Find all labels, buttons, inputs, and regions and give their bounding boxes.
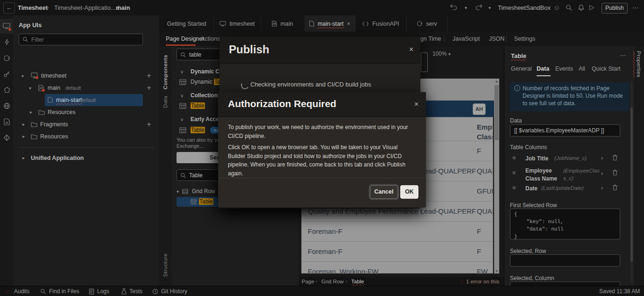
tests-button[interactable]: Tests <box>129 288 142 295</box>
tab-all[interactable]: All <box>579 65 585 72</box>
section-caret[interactable]: ∨ <box>180 93 184 98</box>
breadcrumb-project-path[interactable]: Timesheet-Applicatio... / <box>54 4 119 11</box>
drag-handle-icon[interactable]: ≡ <box>512 154 516 161</box>
scrollbar-thumb[interactable] <box>630 108 633 262</box>
tab-getting-started[interactable]: Getting Started <box>159 15 214 32</box>
zoom-level[interactable]: 100% <box>432 51 447 57</box>
expand-chevron-icon[interactable]: › <box>601 170 603 177</box>
scroll-up-icon[interactable]: ▲ <box>495 79 498 83</box>
column-row-job-title[interactable]: ≡ Job Title (JobName_c) › <box>504 153 634 165</box>
drag-handle-icon[interactable]: ≡ <box>512 184 516 191</box>
caret-right-icon[interactable]: ▸ <box>22 134 25 139</box>
caret-down-icon[interactable]: ▾ <box>29 86 31 91</box>
tab-design-time-fragment[interactable]: gn Time <box>420 36 441 42</box>
tab-json[interactable]: JSON <box>489 36 504 42</box>
column-row-employee-class[interactable]: ≡ Employee Class Name (EmployeeClass_c) … <box>504 165 634 183</box>
section-caret[interactable]: ∨ <box>180 69 184 74</box>
section-collections[interactable]: Collections <box>191 92 221 99</box>
run-play-icon[interactable]: ▷ <box>589 4 594 10</box>
tab-settings[interactable]: Settings <box>506 36 535 42</box>
tab-fusionapi[interactable]: FusionAPI <box>355 15 407 32</box>
column-row-date[interactable]: ≡ Date (LastUpdateDate) › <box>504 183 634 195</box>
selected-column-input[interactable] <box>510 282 620 286</box>
tab-main[interactable]: main <box>261 15 305 32</box>
component-table[interactable]: Table <box>191 102 205 109</box>
tab-components-vertical[interactable]: Components <box>163 55 168 89</box>
find-in-files-button[interactable]: Find in Files <box>49 288 79 295</box>
sandbox-name[interactable]: TimesheetSandBox <box>498 4 551 11</box>
properties-scrollbar[interactable] <box>630 82 633 283</box>
breadcrumb-table[interactable]: Table <box>351 279 364 284</box>
caret-down-icon[interactable]: ▾ <box>177 189 179 194</box>
rail-web-globe-icon[interactable] <box>0 98 13 113</box>
delete-column-icon[interactable] <box>612 169 618 176</box>
add-page-button[interactable]: + <box>147 84 151 92</box>
undo-icon[interactable] <box>450 4 458 11</box>
table-row[interactable]: Foreman, Working-FW FW <box>302 262 493 274</box>
structure-node-grid-row[interactable]: ▾ Grid Row <box>177 188 215 195</box>
delete-column-icon[interactable] <box>612 154 618 161</box>
avatar[interactable]: AH <box>473 103 486 115</box>
delete-column-icon[interactable] <box>612 184 618 191</box>
breadcrumb-page[interactable]: Page <box>302 279 314 284</box>
caret-down-icon[interactable]: ▾ <box>21 73 24 79</box>
rail-source-files-icon[interactable] <box>0 114 13 129</box>
caret-right-icon[interactable]: ▸ <box>22 155 25 160</box>
tree-item-unified-application[interactable]: ▸ Unified Application <box>13 152 159 164</box>
rail-services-key-icon[interactable] <box>0 66 13 81</box>
table-row[interactable]: Foreman-F F <box>302 242 493 262</box>
close-icon[interactable]: × <box>409 45 413 54</box>
rail-processes-icon[interactable] <box>0 51 13 65</box>
tab-javascript[interactable]: JavaScript <box>444 36 480 42</box>
breadcrumb-app-name[interactable]: Timesheet <box>18 4 48 11</box>
caret-right-icon[interactable]: ▸ <box>30 109 32 115</box>
tree-item-timesheet[interactable]: ▾ timesheet + <box>13 70 159 82</box>
breadcrumb-grid-row[interactable]: Grid Row <box>321 279 344 284</box>
zoom-caret-icon[interactable]: ▾ <box>448 51 451 57</box>
close-tab-icon[interactable]: × <box>347 21 350 27</box>
git-history-button[interactable]: Git History <box>161 288 187 295</box>
rail-actions-icon[interactable] <box>0 35 13 50</box>
search-icon[interactable] <box>566 4 573 11</box>
tab-main-start[interactable]: main-start × <box>304 15 355 32</box>
rail-dependencies-diamond-icon[interactable] <box>0 130 13 145</box>
tab-data-vertical[interactable]: Data <box>163 96 168 108</box>
scroll-down-icon[interactable]: ▼ <box>495 269 498 273</box>
rail-app-uis-icon[interactable] <box>0 19 13 34</box>
add-flow-button[interactable]: + <box>147 72 151 79</box>
table-row[interactable]: Foreman-F F <box>302 222 493 242</box>
publish-button[interactable]: Publish <box>602 3 628 14</box>
section-caret[interactable]: ∨ <box>180 117 184 122</box>
back-button[interactable]: ← <box>3 2 15 14</box>
tree-item-fragments[interactable]: ▸ Fragments + <box>13 118 159 130</box>
drag-handle-icon[interactable]: ≡ <box>512 169 516 176</box>
notifications-bell-icon[interactable] <box>578 4 585 11</box>
tree-item-main-start[interactable]: main-start default <box>45 94 143 106</box>
expand-chevron-icon[interactable]: › <box>601 184 603 191</box>
ok-button[interactable]: OK <box>400 185 418 199</box>
caret-right-icon[interactable]: ▸ <box>22 122 25 127</box>
close-icon[interactable]: × <box>414 100 418 108</box>
tab-actions[interactable]: Actions <box>201 36 220 42</box>
audits-button[interactable]: Audits <box>14 288 29 295</box>
cancel-button[interactable]: Cancel <box>370 185 398 199</box>
undo-menu-caret[interactable]: ▾ <box>465 5 467 10</box>
canvas-scrollbar[interactable]: ▲ ▼ <box>494 79 499 274</box>
logs-button[interactable]: Logs <box>97 288 109 295</box>
tree-item-main[interactable]: ▾ main default + <box>13 82 159 94</box>
tab-events[interactable]: Events <box>555 65 573 72</box>
overflow-menu-icon[interactable]: ⋯ <box>632 4 639 11</box>
filter-input[interactable] <box>19 34 143 45</box>
tree-item-flow-resources[interactable]: ▸ Resources <box>13 106 159 118</box>
properties-menu-icon[interactable]: ⋯ <box>620 51 626 59</box>
tab-data[interactable]: Data <box>537 65 549 72</box>
tab-timesheet[interactable]: timesheet <box>214 15 261 32</box>
expand-chevron-icon[interactable]: › <box>601 154 603 161</box>
tab-quick-start[interactable]: Quick Start <box>592 65 621 72</box>
redo-menu-caret[interactable]: ▾ <box>488 5 491 10</box>
tab-structure-vertical[interactable]: Structure <box>163 253 168 277</box>
tab-properties-vertical[interactable]: Properties <box>636 51 642 77</box>
tab-serv[interactable]: serv <box>406 15 448 32</box>
selected-row-input[interactable] <box>510 254 620 267</box>
add-fragment-button[interactable]: + <box>147 120 151 128</box>
